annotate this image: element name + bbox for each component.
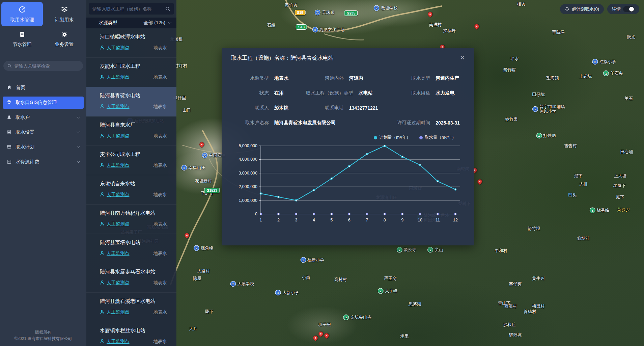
facility-search-input[interactable] <box>92 6 165 11</box>
list-item[interactable]: 陆河县自来水厂人工监测点地表水 <box>86 116 176 146</box>
list-item[interactable]: 河口镇唱歌潭水电站人工监测点地表水 <box>86 28 176 58</box>
svg-text:4,000,000: 4,000,000 <box>239 157 257 162</box>
person-icon <box>100 339 105 345</box>
sidebar-item-pin[interactable]: 取水口GIS信息管理 <box>3 97 84 109</box>
field-cell: 状态在用 <box>231 90 306 96</box>
list-item[interactable]: 陆河县水唇走马石水电站人工监测点地表水 <box>86 263 176 293</box>
water-source-label: 地表水 <box>153 104 167 110</box>
monitor-link[interactable]: 人工监测点 <box>100 309 130 315</box>
svg-text:1,000,000: 1,000,000 <box>239 198 257 203</box>
menu-label: 取水户 <box>16 114 30 121</box>
field-value: 13432771221 <box>349 105 378 111</box>
module-label: 计划用水 <box>55 17 74 23</box>
sidebar-search[interactable] <box>3 61 83 71</box>
legend-dot-icon <box>374 136 377 139</box>
svg-text:3: 3 <box>295 218 297 222</box>
sidebar-item-db[interactable]: 取水设置 <box>3 126 84 138</box>
over-plan-intake-label: 超计划取水(0) <box>572 6 599 12</box>
legend-item[interactable]: 计划量（m³/年） <box>374 135 411 140</box>
svg-text:10: 10 <box>418 218 422 222</box>
topbar: 超计划取水(0) 详情 <box>560 4 639 14</box>
sidebar-item-chart[interactable]: 水资源计费 <box>3 156 84 168</box>
person-icon <box>100 75 105 80</box>
facility-search[interactable] <box>89 3 174 15</box>
monitor-label: 人工监测点 <box>107 250 130 257</box>
gear-icon <box>61 31 68 39</box>
detail-toggle[interactable] <box>623 6 635 12</box>
list-item[interactable]: 东坑镇自来水站人工监测点地表水 <box>86 175 176 205</box>
facility-panel: 水源类型 全部 (125) 河口镇唱歌潭水电站人工监测点地表水友能水厂取水工程人… <box>86 0 176 346</box>
field-label: 许可证过期时间 <box>392 120 430 126</box>
field-value: 河道内生产 <box>436 75 459 81</box>
field-label: 联系人 <box>231 105 269 111</box>
water-source-label: 地表水 <box>153 162 167 168</box>
chart-legend: 计划量（m³/年）取水量（m³/年） <box>231 135 465 140</box>
monitor-link[interactable]: 人工监测点 <box>100 221 130 227</box>
water-source-filter[interactable]: 水源类型 全部 (125) <box>86 18 176 28</box>
field-label: 取水工程（设施）类型 <box>306 90 353 96</box>
monitor-link[interactable]: 人工监测点 <box>100 250 130 257</box>
monitor-link[interactable]: 人工监测点 <box>100 339 130 345</box>
field-value: 水电站 <box>359 90 373 96</box>
legend-item[interactable]: 取水量（m³/年） <box>419 135 456 140</box>
svg-text:3,000,000: 3,000,000 <box>239 171 257 176</box>
sidebar-item-card[interactable]: 取水计划 <box>3 141 84 153</box>
waves-icon <box>60 6 68 14</box>
svg-text:1: 1 <box>260 218 262 222</box>
water-source-label: 地表水 <box>153 309 167 315</box>
alarm-bell-icon <box>565 7 569 11</box>
app-root: 黄竹坑文天珠顶文墩塘学校文高塘文化广场石船龙颈根甘坪村嶂仔里山口相坑南进村挨垅蜂… <box>0 0 644 346</box>
copyright-line1: 版权所有 <box>0 329 86 336</box>
facility-name: 陆河县青碇水电站 <box>100 92 167 99</box>
chevron-down-icon <box>77 115 80 118</box>
monitor-label: 人工监测点 <box>107 162 130 168</box>
monitor-link[interactable]: 人工监测点 <box>100 192 130 198</box>
water-source-label: 地表水 <box>153 74 167 80</box>
list-item[interactable]: 水唇镇水栏肚水电站人工监测点地表水 <box>86 322 176 346</box>
person-icon <box>100 133 105 139</box>
list-item[interactable]: 陆河县南万镇杞洋水电站人工监测点地表水 <box>86 205 176 234</box>
road-shield: S19 <box>295 10 306 15</box>
list-item[interactable]: 陆河县宝塔水电站人工监测点地表水 <box>86 234 176 263</box>
water-source-label: 地表水 <box>153 192 167 198</box>
list-item[interactable]: 麦卡公司取水工程人工监测点地表水 <box>86 146 176 175</box>
monitor-link[interactable]: 人工监测点 <box>100 280 130 286</box>
sidebar-search-input[interactable] <box>15 63 75 69</box>
module-grid: 取用水管理计划用水节水管理业务设置 <box>0 0 86 55</box>
copyright: 版权所有 ©2021 珠海市仁智科技有限公司 <box>0 329 86 346</box>
monitor-link[interactable]: 人工监测点 <box>100 162 130 168</box>
sidebar-item-user[interactable]: 取水户 <box>3 111 84 124</box>
field-cell: 水源类型地表水 <box>231 75 306 81</box>
module-meter[interactable]: 取用水管理 <box>1 2 43 26</box>
filter-value: 全部 (125) <box>143 20 165 26</box>
card-icon <box>7 144 11 150</box>
field-cell: 联系人彭木桃 <box>231 105 306 111</box>
monitor-link[interactable]: 人工监测点 <box>100 45 130 51</box>
close-icon[interactable]: ✕ <box>460 55 465 61</box>
list-item[interactable]: 陆河县青碇水电站人工监测点地表水 <box>86 87 176 116</box>
water-source-label: 地表水 <box>153 221 167 227</box>
module-waves[interactable]: 计划用水 <box>44 2 85 26</box>
monitor-link[interactable]: 人工监测点 <box>100 133 130 139</box>
chevron-down-icon <box>168 20 172 24</box>
field-label: 状态 <box>231 90 269 96</box>
person-icon <box>100 163 105 168</box>
meter-icon <box>19 6 26 14</box>
list-item[interactable]: 友能水厂取水工程人工监测点地表水 <box>86 58 176 87</box>
monitor-label: 人工监测点 <box>107 280 130 286</box>
list-item[interactable]: 陆河县激石溪老区水电站人工监测点地表水 <box>86 293 176 322</box>
monitor-link[interactable]: 人工监测点 <box>100 104 130 110</box>
over-plan-intake-button[interactable]: 超计划取水(0) <box>560 4 604 14</box>
water-source-label: 地表水 <box>153 250 167 257</box>
field-label: 河道内外 <box>306 75 344 81</box>
monitor-label: 人工监测点 <box>107 45 130 51</box>
field-value: 彭木桃 <box>274 105 288 111</box>
sidebar-item-home[interactable]: 首页 <box>3 82 84 94</box>
facility-detail-modal: 取水工程（设施）名称：陆河县青碇水电站 ✕ 水源类型地表水河道内外河道内取水类型… <box>222 48 474 245</box>
copyright-line2: ©2021 珠海市仁智科技有限公司 <box>0 336 86 342</box>
facility-name: 河口镇唱歌潭水电站 <box>100 34 167 40</box>
field-cell: 许可证过期时间2025-03-31 <box>392 120 465 126</box>
monitor-link[interactable]: 人工监测点 <box>100 74 130 80</box>
module-book[interactable]: 节水管理 <box>1 27 43 51</box>
module-gear[interactable]: 业务设置 <box>44 27 85 51</box>
